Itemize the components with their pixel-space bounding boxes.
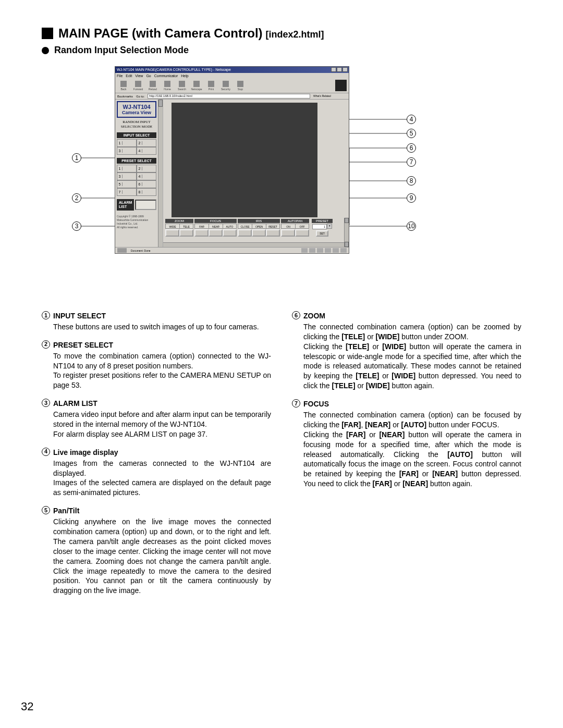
input-1[interactable]: 1 — [117, 139, 137, 147]
callout-5: 5 — [407, 129, 416, 138]
desc-body: Images from the cameras connected to the… — [42, 459, 271, 498]
desc-num: 6 — [292, 311, 300, 319]
callout-2: 2 — [72, 193, 81, 203]
focus-group: FOCUS FAR NEAR AUTO — [194, 219, 237, 237]
minimize-icon[interactable] — [331, 67, 336, 72]
desc-body: The connected combination camera (option… — [292, 410, 521, 489]
preset-select-grid: 1 2 3 4 5 6 7 8 — [117, 165, 156, 196]
status-icon — [117, 248, 127, 253]
desc-body: Clicking anywhere on the live image move… — [42, 517, 271, 596]
focus-far-act[interactable] — [194, 229, 209, 237]
scrollbar-bottom[interactable] — [163, 242, 344, 247]
desc-title: Pan/Tilt — [53, 506, 79, 516]
desc-num: 3 — [42, 399, 50, 407]
focus-auto-button[interactable]: AUTO — [223, 224, 237, 229]
callout-6: 6 — [407, 143, 416, 153]
bookmarks-label[interactable]: Bookmarks — [117, 95, 133, 98]
autopan-off-button[interactable]: OFF — [295, 224, 309, 229]
page-number: 32 — [21, 700, 33, 713]
preset-select-header: PRESET SELECT — [117, 158, 156, 164]
menu-bar[interactable]: FileEditViewGoCommunicatorHelp — [115, 73, 349, 79]
control-bar: ZOOM WIDE TELE FOCUS FAR NEAR — [163, 218, 349, 247]
whats-related[interactable]: What's Related — [312, 94, 349, 98]
preset-set-button[interactable]: SET — [316, 230, 328, 237]
iris-open-button[interactable]: OPEN — [252, 224, 266, 229]
search-button[interactable]: Search — [176, 80, 188, 92]
iris-open-act[interactable] — [252, 229, 266, 237]
zoom-wide-act[interactable] — [165, 229, 179, 237]
iris-reset-button[interactable]: RESET — [266, 224, 280, 229]
preset-7[interactable]: 7 — [117, 188, 137, 196]
maximize-icon[interactable] — [337, 67, 342, 72]
security-button[interactable]: Security — [219, 80, 232, 92]
live-image[interactable] — [172, 103, 317, 217]
focus-near-act[interactable] — [209, 229, 223, 237]
focus-far-button[interactable]: FAR — [194, 224, 209, 229]
autopan-on-button[interactable]: ON — [281, 224, 295, 229]
callout-9: 9 — [407, 193, 416, 203]
scrollbar-side[interactable] — [344, 218, 349, 247]
goto-label: Go to: — [136, 95, 144, 98]
alarm-list-label: ALARM LIST — [117, 199, 134, 211]
back-button[interactable]: Back — [117, 80, 130, 92]
desc-num: 5 — [42, 506, 50, 514]
focus-auto-act[interactable] — [223, 229, 237, 237]
autopan-off-act[interactable] — [295, 229, 309, 237]
zoom-tele-button[interactable]: TELE — [179, 224, 193, 229]
zoom-wide-button[interactable]: WIDE — [165, 224, 179, 229]
preset-5[interactable]: 5 — [117, 180, 137, 188]
iris-close-button[interactable]: CLOSE — [238, 224, 252, 229]
focus-near-button[interactable]: NEAR — [209, 224, 223, 229]
desc-item-4: 4Live image displayImages from the camer… — [42, 448, 271, 498]
reload-button[interactable]: Reload — [146, 80, 159, 92]
autopan-on-act[interactable] — [281, 229, 295, 237]
desc-title: Live image display — [53, 448, 118, 458]
iris-reset-act[interactable] — [266, 229, 280, 237]
desc-num: 2 — [42, 340, 50, 349]
desc-item-6: 6ZOOMThe connected combination camera (o… — [292, 311, 521, 391]
browser-window: WJ-NT104 MAIN PAGE(CAMERA CONTROL/FULL T… — [115, 66, 349, 254]
preset-4[interactable]: 4 — [137, 172, 156, 180]
preset-2[interactable]: 2 — [137, 165, 156, 172]
stop-button[interactable]: Stop — [234, 80, 247, 92]
alarm-list-box[interactable] — [135, 200, 156, 210]
zoom-tele-act[interactable] — [179, 229, 193, 237]
status-bar: Document: Done — [115, 247, 349, 253]
bullet-icon — [42, 47, 49, 54]
preset-8[interactable]: 8 — [137, 188, 156, 196]
scrollbar-vertical[interactable] — [158, 100, 163, 247]
autopan-group: AUTOPAN ON OFF — [281, 219, 309, 237]
desc-item-2: 2PRESET SELECTTo move the combination ca… — [42, 340, 271, 390]
desc-num: 4 — [42, 448, 50, 456]
preset-3[interactable]: 3 — [117, 172, 137, 180]
forward-button[interactable]: Forward — [132, 80, 144, 92]
close-icon[interactable] — [342, 67, 348, 72]
callout-7: 7 — [407, 157, 416, 167]
window-title-text: WJ-NT104 MAIN PAGE(CAMERA CONTROL/FULL T… — [117, 68, 231, 71]
url-input[interactable]: http://192.168.0.10/index2.html — [148, 94, 310, 98]
desc-body: These buttons are used to switch images … — [42, 322, 271, 332]
description-col-right: 6ZOOMThe connected combination camera (o… — [292, 311, 521, 604]
input-4[interactable]: 4 — [137, 147, 156, 155]
preset-select-dropdown[interactable]: 1 — [312, 224, 327, 229]
netscape-logo-icon — [335, 80, 347, 91]
desc-title: ZOOM — [303, 311, 325, 321]
preset-1[interactable]: 1 — [117, 165, 137, 172]
iris-close-act[interactable] — [238, 229, 252, 237]
preset-6[interactable]: 6 — [137, 180, 156, 188]
callout-10: 10 — [407, 221, 416, 231]
input-select-header: INPUT SELECT — [117, 132, 156, 138]
home-button[interactable]: Home — [161, 80, 174, 92]
print-button[interactable]: Print — [205, 80, 217, 92]
input-3[interactable]: 3 — [117, 147, 137, 155]
input-select-grid: 1 2 3 4 — [117, 139, 156, 155]
status-text: Document: Done — [131, 249, 151, 252]
subtitle-text: Random Input Selection Mode — [54, 45, 189, 56]
alarm-list[interactable]: ALARM LIST — [117, 199, 156, 211]
input-2[interactable]: 2 — [137, 139, 156, 147]
desc-item-3: 3ALARM LISTCamera video input before and… — [42, 399, 271, 439]
description-columns: 1INPUT SELECTThese buttons are used to s… — [42, 311, 521, 604]
chevron-down-icon[interactable]: ▾ — [327, 224, 332, 229]
page-subtitle: Random Input Selection Mode — [42, 45, 521, 56]
netscape-button[interactable]: Netscape — [190, 80, 203, 92]
